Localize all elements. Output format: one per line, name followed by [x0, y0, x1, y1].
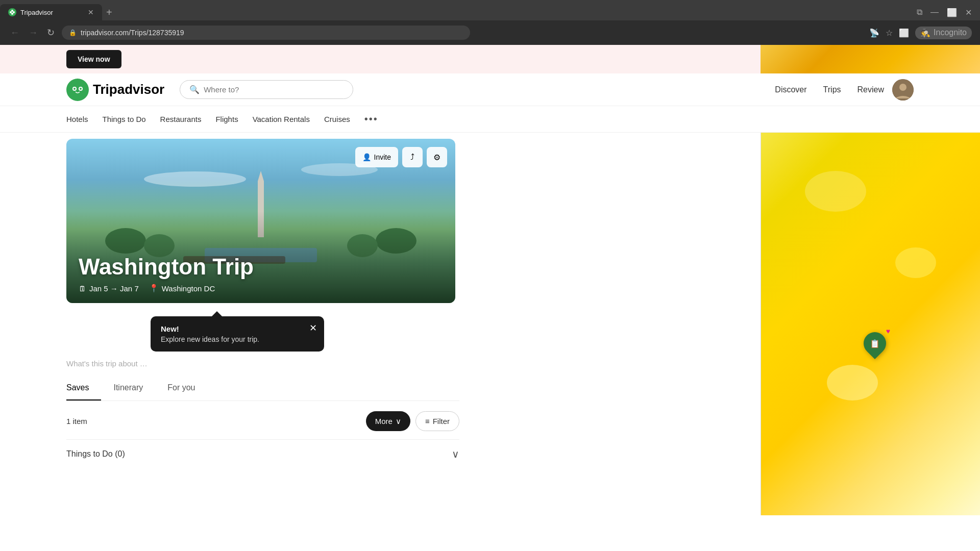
- banner-image: [761, 45, 980, 73]
- user-avatar[interactable]: [892, 79, 914, 101]
- cat-flights[interactable]: Flights: [215, 115, 238, 123]
- browser-address-bar: ← → ↻ 🔒 tripadvisor.com/Trips/128735919 …: [0, 20, 980, 45]
- invite-icon: 👤: [362, 153, 371, 161]
- trip-tabs: Saves Itinerary For you: [66, 376, 459, 401]
- browser-tab-bar: Tripadvisor ✕ + ⧉ — ⬜ ✕: [0, 0, 980, 20]
- map-marker: ♥ 📋: [864, 332, 886, 355]
- close-button[interactable]: ✕: [965, 8, 972, 17]
- trip-title: Washington Trip: [79, 254, 254, 280]
- share-button[interactable]: ⤴: [402, 147, 423, 167]
- cast-icon[interactable]: 📡: [869, 28, 879, 38]
- address-bar[interactable]: 🔒 tripadvisor.com/Trips/128735919: [62, 26, 470, 40]
- map-pin: ♥ 📋: [864, 332, 886, 355]
- map-marker-icon: 📋: [870, 338, 880, 348]
- incognito-icon: 🕵: [920, 28, 930, 38]
- map-marker-heart: ♥: [886, 327, 890, 335]
- calendar-icon: 🗓: [79, 284, 86, 293]
- svg-point-3: [10, 11, 12, 13]
- lock-icon: 🔒: [69, 29, 77, 36]
- top-banner: View now: [0, 45, 980, 73]
- tabs-button[interactable]: ⧉: [917, 8, 922, 17]
- items-bar: 1 item More ∨ ≡ Filter: [66, 411, 459, 431]
- things-to-do-section: Things to Do (0) ∨: [66, 439, 459, 468]
- hero-actions: 👤 Invite ⤴ ⚙: [355, 147, 447, 167]
- trip-description: What's this trip about …: [66, 359, 459, 368]
- incognito-badge: 🕵 Incognito: [915, 27, 972, 39]
- tooltip-popup: New! Explore new ideas for your trip. ✕: [151, 316, 324, 352]
- cat-restaurants[interactable]: Restaurants: [160, 115, 202, 123]
- forward-button[interactable]: →: [27, 26, 40, 40]
- tooltip-arrow: [212, 311, 222, 316]
- section-expand-button[interactable]: ∨: [452, 448, 459, 460]
- cat-things-to-do[interactable]: Things to Do: [103, 115, 146, 123]
- search-input[interactable]: [204, 85, 344, 94]
- tooltip-close-button[interactable]: ✕: [309, 322, 317, 334]
- address-bar-actions: 📡 ☆ ⬜ 🕵 Incognito: [869, 27, 972, 39]
- search-bar[interactable]: 🔍: [180, 80, 353, 99]
- trip-location: Washington DC: [162, 284, 215, 293]
- settings-button[interactable]: ⚙: [427, 147, 447, 167]
- minimize-button[interactable]: —: [930, 8, 939, 17]
- chevron-down-icon: ∨: [396, 417, 401, 426]
- item-count: 1 item: [66, 417, 87, 425]
- hero-image-container: Washington Trip 🗓 Jan 5 → Jan 7 📍 Washin…: [66, 139, 455, 303]
- window-controls: ⧉ — ⬜ ✕: [917, 8, 980, 17]
- tab-itinerary[interactable]: Itinerary: [113, 376, 155, 400]
- maximize-button[interactable]: ⬜: [947, 8, 957, 17]
- url-text: tripadvisor.com/Trips/128735919: [81, 29, 184, 37]
- tooltip-badge: New!: [161, 324, 314, 333]
- view-now-button[interactable]: View now: [66, 50, 121, 68]
- svg-point-2: [11, 13, 13, 15]
- filter-button[interactable]: ≡ Filter: [415, 411, 459, 431]
- browser-chrome: Tripadvisor ✕ + ⧉ — ⬜ ✕ ← → ↻ 🔒 tripadvi…: [0, 0, 980, 45]
- page-content: View now Tripadvisor 🔍 Discover: [0, 45, 980, 515]
- search-icon: 🔍: [189, 85, 200, 94]
- svg-point-1: [11, 10, 13, 12]
- map-panel: ♥ 📋: [761, 133, 980, 515]
- more-categories-button[interactable]: •••: [364, 113, 378, 125]
- items-actions: More ∨ ≡ Filter: [366, 411, 459, 431]
- main-layout: Washington Trip 🗓 Jan 5 → Jan 7 📍 Washin…: [0, 133, 980, 515]
- tooltip-description: Explore new ideas for your trip.: [161, 335, 314, 343]
- nav-discover[interactable]: Discover: [775, 85, 806, 94]
- filter-icon: ≡: [425, 417, 430, 425]
- logo-text: Tripadvisor: [93, 82, 164, 97]
- cat-cruises[interactable]: Cruises: [324, 115, 350, 123]
- bookmark-icon[interactable]: ☆: [886, 28, 893, 38]
- logo-link[interactable]: Tripadvisor: [66, 79, 164, 101]
- tab-for-you[interactable]: For you: [167, 376, 207, 400]
- refresh-button[interactable]: ↻: [45, 25, 57, 40]
- gear-icon: ⚙: [433, 153, 440, 162]
- more-button[interactable]: More ∨: [366, 411, 410, 431]
- svg-point-11: [899, 84, 906, 91]
- back-button[interactable]: ←: [8, 26, 21, 40]
- tab-title: Tripadvisor: [20, 9, 84, 16]
- tab-saves[interactable]: Saves: [66, 376, 101, 400]
- browser-tab-active[interactable]: Tripadvisor ✕: [0, 4, 102, 20]
- site-header: Tripadvisor 🔍 Discover Trips Review: [0, 73, 980, 106]
- logo-icon: [66, 79, 89, 101]
- location-icon: 📍: [149, 284, 159, 293]
- category-nav: Hotels Things to Do Restaurants Flights …: [0, 106, 980, 133]
- nav-review[interactable]: Review: [857, 85, 884, 94]
- nav-trips[interactable]: Trips: [823, 85, 841, 94]
- new-tab-button[interactable]: +: [106, 7, 112, 18]
- svg-point-4: [13, 11, 15, 13]
- content-area: Washington Trip 🗓 Jan 5 → Jan 7 📍 Washin…: [0, 133, 459, 515]
- svg-point-8: [74, 88, 76, 90]
- svg-point-9: [80, 88, 82, 90]
- trip-hero: Washington Trip 🗓 Jan 5 → Jan 7 📍 Washin…: [66, 139, 455, 303]
- header-nav: Discover Trips Review: [775, 85, 884, 94]
- trip-date: Jan 5 → Jan 7: [89, 284, 139, 293]
- cat-vacation-rentals[interactable]: Vacation Rentals: [253, 115, 310, 123]
- tab-close-button[interactable]: ✕: [88, 8, 94, 16]
- extension-icon[interactable]: ⬜: [899, 28, 909, 38]
- invite-button[interactable]: 👤 Invite: [355, 147, 398, 167]
- tab-favicon: [8, 8, 16, 16]
- share-icon: ⤴: [410, 153, 414, 162]
- section-title: Things to Do (0): [66, 449, 125, 459]
- cat-hotels[interactable]: Hotels: [66, 115, 88, 123]
- trip-hero-text: Washington Trip 🗓 Jan 5 → Jan 7 📍 Washin…: [79, 254, 254, 293]
